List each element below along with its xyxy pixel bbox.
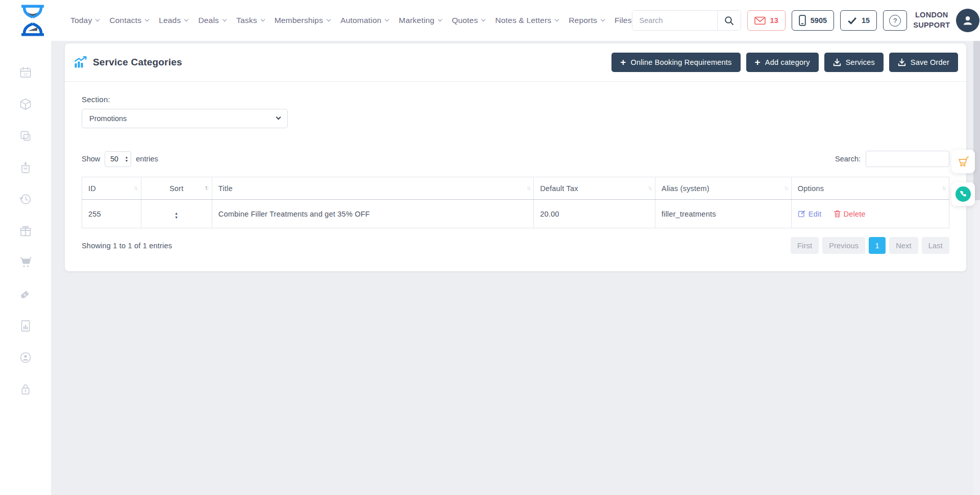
column-header-default-tax[interactable]: Default Tax ↑↓ [534,177,655,200]
section-select[interactable]: Promotions [82,109,288,128]
table-summary: Showing 1 to 1 of 1 entries [82,242,172,250]
tasks-badge[interactable]: 15 [840,10,877,31]
nav-label: Reports [569,16,597,25]
nav-item-deals[interactable]: Deals [198,16,226,25]
column-header-title[interactable]: Title ↑↓ [212,177,533,200]
chevron-down-icon [385,17,389,21]
support-icon[interactable] [19,351,32,364]
trash-icon [834,210,841,218]
mail-count: 13 [770,16,778,25]
header-buttons: + Online Booking Requirements + Add cate… [611,53,958,72]
drag-handle-icon[interactable]: ▲▼ [175,211,178,220]
entries-label: entries [136,155,158,163]
avatar[interactable] [956,9,979,32]
price-tag-icon[interactable]: $ [19,288,32,301]
chevron-down-icon [184,17,188,21]
chevron-down-icon [481,17,485,21]
cell-title: Combine Filler Treatments and get 35% OF… [212,200,533,228]
length-select[interactable]: 50 [105,151,131,167]
nav-item-automation[interactable]: Automation [340,16,388,25]
phone-badge[interactable]: 5905 [792,10,834,31]
nav-item-tasks[interactable]: Tasks [236,16,264,25]
length-menu: Show 50 ▲▼ entries [82,151,158,167]
nav-item-files[interactable]: Files [615,16,632,25]
table-search-input[interactable] [866,151,949,167]
nav-item-contacts[interactable]: Contacts [109,16,149,25]
cell-options: Edit Delete [791,200,949,228]
pagination-page-1-button[interactable]: 1 [869,237,886,254]
add-category-button[interactable]: + Add category [746,53,819,72]
nav-label: Contacts [109,16,141,25]
section-select-wrap: Promotions [82,109,288,128]
delete-link[interactable]: Delete [834,210,866,218]
edit-label: Edit [808,210,822,218]
lock-icon[interactable] [19,383,32,396]
checkmark-icon [847,17,857,25]
nav-label: Marketing [399,16,434,25]
nav-item-today[interactable]: Today [70,16,99,25]
chevron-down-icon [555,17,559,21]
question-glyph: ? [893,17,897,25]
nav-label: Automation [340,16,381,25]
bag-download-icon[interactable] [19,161,32,174]
hourglass-logo-icon [18,4,47,37]
user-name-line2: SUPPORT [913,20,950,31]
sort-arrows-icon: ↑↓ [648,184,651,192]
package-icon[interactable] [19,98,32,111]
user-name-line1: LONDON [913,10,950,20]
column-label: Sort [169,184,183,193]
nav-item-quotes[interactable]: Quotes [452,16,485,25]
gift-icon[interactable] [19,224,32,238]
whatsapp-icon [955,186,971,202]
nav-label: Today [70,16,92,25]
report-icon[interactable] [19,319,32,333]
pagination-previous-button[interactable]: Previous [822,237,865,254]
nav-item-memberships[interactable]: Memberships [275,16,330,25]
nav-item-reports[interactable]: Reports [569,16,604,25]
mail-badge[interactable]: 13 [747,10,786,31]
online-booking-requirements-button[interactable]: + Online Booking Requirements [611,53,740,72]
pagination-first-button[interactable]: First [791,237,819,254]
body-row: 12 [0,41,980,495]
history-icon[interactable] [19,193,32,206]
pagination-last-button[interactable]: Last [922,237,949,254]
user-name[interactable]: LONDON SUPPORT [913,10,950,30]
chevron-down-icon [260,17,264,21]
column-header-alias[interactable]: Alias (system) ↑↓ [655,177,792,200]
floating-cart-button[interactable] [951,150,975,173]
calendar-icon[interactable]: 12 [19,66,32,79]
tasks-count: 15 [862,16,870,25]
nav-item-leads[interactable]: Leads [159,16,188,25]
column-header-id[interactable]: ID ↑↓ [82,177,141,200]
download-icon [833,58,841,66]
edit-link[interactable]: Edit [798,210,822,218]
phone-count: 5905 [811,16,827,25]
top-bar: Today Contacts Leads Deals Tasks Members… [0,0,980,41]
save-order-button[interactable]: Save Order [889,53,958,72]
nav-item-marketing[interactable]: Marketing [399,16,442,25]
nav-label: Quotes [452,16,478,25]
main-content: Service Categories + Online Booking Requ… [51,41,980,495]
nav-item-notes-letters[interactable]: Notes & Letters [495,16,558,25]
global-search-input[interactable] [632,11,717,30]
column-header-sort[interactable]: Sort ↑↓ [141,177,212,200]
table-toolbar: Show 50 ▲▼ entries Search: [82,151,949,167]
floating-whatsapp-button[interactable] [951,182,975,206]
services-button[interactable]: Services [824,53,884,72]
column-header-options[interactable]: Options ↑↓ [791,177,949,200]
scrollbar-thumb[interactable] [973,41,980,200]
search-button[interactable] [717,11,741,30]
nav-label: Tasks [236,16,257,25]
pagination-next-button[interactable]: Next [889,237,918,254]
app-logo[interactable] [18,4,47,37]
copy-icon[interactable] [19,129,32,143]
question-circle-icon: ? [889,15,901,27]
global-search [632,10,741,31]
cart-icon[interactable] [19,256,32,269]
plus-icon: + [755,57,761,67]
column-label: ID [88,184,96,193]
help-badge[interactable]: ? [883,10,907,31]
person-icon [962,14,974,27]
edit-icon [798,210,805,218]
show-label: Show [82,155,100,163]
